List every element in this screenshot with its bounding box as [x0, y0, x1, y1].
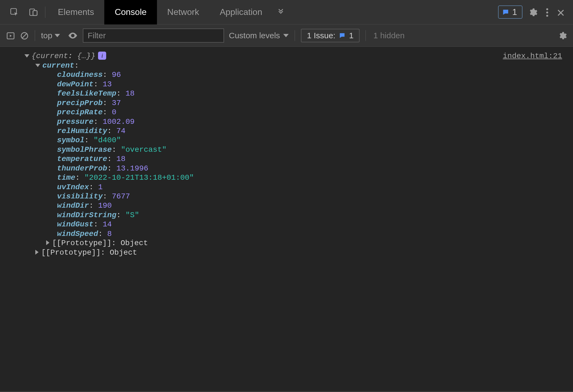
- brace-close: }: [91, 52, 95, 60]
- disclosure-triangle-closed-icon[interactable]: [35, 250, 39, 255]
- separator: [295, 30, 295, 41]
- property-key: temperature: [57, 155, 107, 163]
- close-icon[interactable]: [557, 7, 565, 17]
- property-key: precipRate: [57, 108, 103, 116]
- property-row[interactable]: precipRate: 0: [8, 108, 565, 117]
- issue-icon: [502, 8, 509, 16]
- separator: [366, 30, 366, 41]
- property-key: pressure: [57, 118, 93, 126]
- property-row[interactable]: temperature: 18: [8, 154, 565, 164]
- tab-console[interactable]: Console: [104, 0, 157, 24]
- issue-icon: [339, 32, 346, 39]
- property-row[interactable]: visibility: 7677: [8, 192, 565, 201]
- property-key: symbolPhrase: [57, 146, 112, 154]
- tab-label: Console: [115, 7, 146, 17]
- property-key: symbol: [57, 136, 84, 144]
- issue-count: 1: [512, 7, 517, 17]
- property-row[interactable]: precipProb: 37: [8, 99, 565, 108]
- property-key: cloudiness: [57, 71, 103, 79]
- property-value: 8: [107, 230, 112, 238]
- property-key: windGust: [57, 220, 93, 229]
- property-value: 13.1996: [116, 164, 148, 173]
- source-link[interactable]: index.html:21: [503, 52, 562, 61]
- property-row[interactable]: time: "2022-10-21T13:18+01:00": [8, 173, 565, 182]
- console-output: index.html:21 {current: {…}}i current: c…: [0, 47, 573, 392]
- property-key: dewPoint: [57, 80, 93, 88]
- property-key: windDir: [57, 201, 89, 210]
- disclosure-triangle-open-icon[interactable]: [35, 64, 40, 67]
- property-key: visibility: [57, 192, 103, 201]
- property-key: relHumidity: [57, 127, 107, 135]
- svg-point-4: [546, 8, 548, 10]
- tab-label: Network: [167, 7, 199, 17]
- property-value: 96: [112, 71, 121, 79]
- object-summary-row[interactable]: {current: {…}}i: [8, 52, 565, 61]
- property-row[interactable]: symbol: "d400": [8, 136, 565, 145]
- property-value: 14: [103, 220, 112, 229]
- hidden-messages[interactable]: 1 hidden: [373, 31, 405, 40]
- property-row[interactable]: windSpeed: 8: [8, 229, 565, 239]
- settings-icon[interactable]: [528, 7, 538, 17]
- chevron-down-icon: [283, 34, 289, 37]
- property-row[interactable]: pressure: 1002.09: [8, 117, 565, 127]
- property-value: "overcast": [121, 146, 166, 154]
- property-key: windSpeed: [57, 230, 98, 238]
- svg-point-5: [546, 11, 548, 13]
- property-row[interactable]: feelsLikeTemp: 18: [8, 89, 565, 98]
- inspect-element-icon[interactable]: [5, 0, 24, 24]
- property-row[interactable]: uvIndex: 1: [8, 183, 565, 192]
- prototype-value: Object: [121, 239, 148, 247]
- chevron-down-icon: [55, 34, 60, 37]
- property-value: 18: [125, 89, 135, 98]
- property-value: "2022-10-21T13:18+01:00": [84, 173, 194, 182]
- console-settings-icon[interactable]: [558, 30, 567, 40]
- prototype-label: [[Prototype]]: [41, 248, 100, 257]
- info-badge-icon[interactable]: i: [98, 52, 106, 60]
- property-row[interactable]: symbolPhrase: "overcast": [8, 145, 565, 154]
- live-expression-icon[interactable]: [68, 30, 78, 40]
- clear-console-icon[interactable]: [20, 31, 29, 40]
- tab-application[interactable]: Application: [209, 0, 273, 24]
- svg-rect-2: [33, 11, 37, 15]
- property-row[interactable]: cloudiness: 96: [8, 70, 565, 80]
- console-toolbar: top Custom levels 1 Issue: 1 1 hidden: [0, 24, 573, 47]
- context-label: top: [41, 31, 52, 40]
- property-key: uvIndex: [57, 183, 89, 191]
- prototype-row[interactable]: [[Prototype]]: Object: [8, 239, 565, 248]
- summary-key: current: [36, 52, 68, 60]
- property-key: time: [57, 173, 75, 182]
- property-value: 74: [116, 127, 125, 135]
- disclosure-triangle-closed-icon[interactable]: [46, 240, 49, 245]
- issues-button[interactable]: 1 Issue: 1: [301, 29, 360, 42]
- property-value: 37: [112, 99, 121, 107]
- more-tabs-icon[interactable]: [273, 0, 289, 24]
- object-key: current: [42, 61, 74, 70]
- object-key-row[interactable]: current:: [8, 61, 565, 70]
- property-row[interactable]: dewPoint: 13: [8, 80, 565, 89]
- property-row[interactable]: windDirString: "S": [8, 211, 565, 220]
- filter-input[interactable]: [83, 29, 224, 43]
- property-value: 1002.09: [103, 118, 135, 126]
- execution-context-select[interactable]: top: [41, 31, 60, 40]
- property-row[interactable]: windDir: 190: [8, 201, 565, 210]
- tab-elements[interactable]: Elements: [48, 0, 104, 24]
- prototype-row[interactable]: [[Prototype]]: Object: [8, 248, 565, 257]
- disclosure-triangle-open-icon[interactable]: [24, 54, 29, 58]
- brace-open: {: [32, 52, 36, 60]
- toggle-sidebar-icon[interactable]: [6, 30, 15, 40]
- property-row[interactable]: windGust: 14: [8, 220, 565, 229]
- log-level-select[interactable]: Custom levels: [229, 31, 289, 40]
- device-toolbar-icon[interactable]: [24, 0, 43, 24]
- property-value: 190: [98, 201, 112, 210]
- issues-count: 1: [349, 31, 354, 40]
- svg-point-10: [72, 34, 74, 36]
- property-value: "S": [125, 211, 139, 219]
- tab-network[interactable]: Network: [157, 0, 209, 24]
- prototype-label: [[Prototype]]: [52, 239, 111, 247]
- property-row[interactable]: thunderProb: 13.1996: [8, 164, 565, 173]
- kebab-menu-icon[interactable]: [546, 7, 549, 17]
- property-row[interactable]: relHumidity: 74: [8, 127, 565, 136]
- issues-pill[interactable]: 1: [498, 5, 522, 19]
- issues-label: 1 Issue:: [307, 31, 335, 40]
- prototype-value: Object: [110, 248, 137, 257]
